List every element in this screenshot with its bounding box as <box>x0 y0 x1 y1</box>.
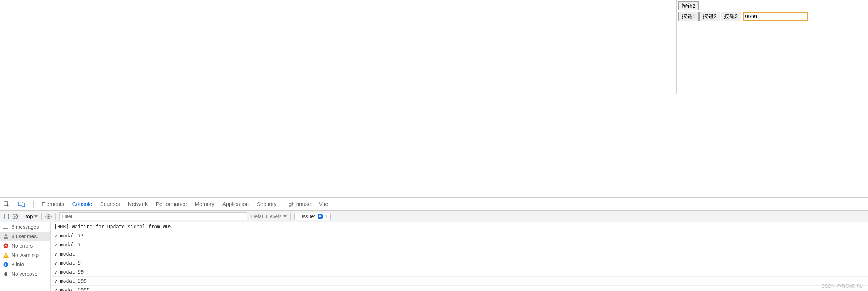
sidebar-item-label: No errors <box>12 243 33 249</box>
levels-label: Default levels <box>251 214 281 219</box>
tab-security[interactable]: Security <box>257 201 276 207</box>
svg-point-14 <box>5 234 7 236</box>
issues-count: 1 <box>325 214 328 219</box>
divider <box>33 201 34 208</box>
devtools: Elements Console Sources Network Perform… <box>0 197 868 291</box>
sidebar-toggle-icon[interactable] <box>3 214 9 219</box>
svg-point-8 <box>48 215 50 217</box>
sidebar-item-messages[interactable]: 8 messages <box>0 222 50 232</box>
sidebar-item-label: 8 info <box>12 262 24 267</box>
console-line: v-modal 9 <box>51 258 868 267</box>
sidebar-item-label: No warnings <box>12 252 40 258</box>
sidebar-item-label: No verbose <box>12 271 38 277</box>
console-sidebar: 8 messages 8 user mes… No errors No warn… <box>0 222 51 291</box>
chevron-down-icon <box>34 215 38 218</box>
sidebar-item-warnings[interactable]: No warnings <box>0 250 50 260</box>
context-label: top <box>26 214 33 219</box>
svg-rect-2 <box>22 203 25 207</box>
console-line: v-modal 99 <box>51 267 868 277</box>
svg-line-27 <box>4 275 5 275</box>
console-output[interactable]: [HMR] Waiting for update signal from WDS… <box>51 222 868 291</box>
svg-rect-3 <box>3 214 9 219</box>
tab-console[interactable]: Console <box>72 201 92 210</box>
console-line: v-modal 77 <box>51 231 868 240</box>
button-2[interactable]: 按钮2 <box>699 12 720 21</box>
context-selector[interactable]: top <box>26 214 38 219</box>
tab-elements[interactable]: Elements <box>42 201 64 207</box>
sidebar-item-user-messages[interactable]: 8 user mes… <box>0 232 50 241</box>
console-line: [HMR] Waiting for update signal from WDS… <box>51 222 868 231</box>
chevron-down-icon <box>283 215 287 218</box>
bug-icon <box>3 271 9 277</box>
text-input[interactable] <box>743 12 808 21</box>
clear-console-icon[interactable] <box>12 214 18 219</box>
rendered-page: 按钮2 按钮1 按钮2 按钮3 <box>0 0 868 197</box>
svg-rect-22 <box>5 263 6 264</box>
button-top[interactable]: 按钮2 <box>678 1 699 10</box>
sidebar-item-info[interactable]: 8 info <box>0 260 50 269</box>
error-icon <box>3 243 9 249</box>
filter-input[interactable] <box>59 212 247 220</box>
log-levels-selector[interactable]: Default levels <box>251 214 286 219</box>
sidebar-item-verbose[interactable]: No verbose <box>0 269 50 279</box>
svg-point-24 <box>5 272 7 273</box>
info-icon <box>3 262 9 267</box>
demo-panel: 按钮2 按钮1 按钮2 按钮3 <box>676 0 839 94</box>
tab-network[interactable]: Network <box>128 201 148 207</box>
issues-label: 1 Issue: <box>298 214 315 219</box>
svg-rect-21 <box>5 264 6 266</box>
devtools-tabbar: Elements Console Sources Network Perform… <box>0 198 868 211</box>
tab-memory[interactable]: Memory <box>195 201 214 207</box>
user-icon <box>3 233 9 239</box>
button-3[interactable]: 按钮3 <box>721 12 741 21</box>
sidebar-item-label: 8 messages <box>12 224 39 230</box>
sidebar-item-label: 8 user mes… <box>12 233 42 239</box>
tab-vue[interactable]: Vue <box>319 201 328 207</box>
sidebar-item-errors[interactable]: No errors <box>0 241 50 250</box>
issue-badge-icon <box>318 214 323 219</box>
list-icon <box>3 224 9 230</box>
inspect-icon[interactable] <box>3 201 10 208</box>
console-toolbar: top Default levels 1 Issue: 1 <box>0 211 868 222</box>
svg-rect-18 <box>5 254 6 256</box>
warn-icon <box>3 252 9 258</box>
tab-performance[interactable]: Performance <box>156 201 187 207</box>
svg-rect-19 <box>5 256 6 257</box>
console-line: v-modal <box>51 249 868 258</box>
tab-application[interactable]: Application <box>222 201 249 207</box>
svg-line-28 <box>7 275 8 275</box>
tab-sources[interactable]: Sources <box>100 201 120 207</box>
live-expression-icon[interactable] <box>45 214 52 219</box>
console-line: v-modal 999 <box>51 277 868 286</box>
console-line: v-modal 9999 <box>51 286 868 291</box>
tab-lighthouse[interactable]: Lighthouse <box>284 201 311 207</box>
svg-line-6 <box>14 215 17 218</box>
device-toggle-icon[interactable] <box>18 201 25 208</box>
button-1[interactable]: 按钮1 <box>678 12 699 21</box>
issues-chip[interactable]: 1 Issue: 1 <box>294 213 331 220</box>
console-line: v-modal 7 <box>51 240 868 249</box>
